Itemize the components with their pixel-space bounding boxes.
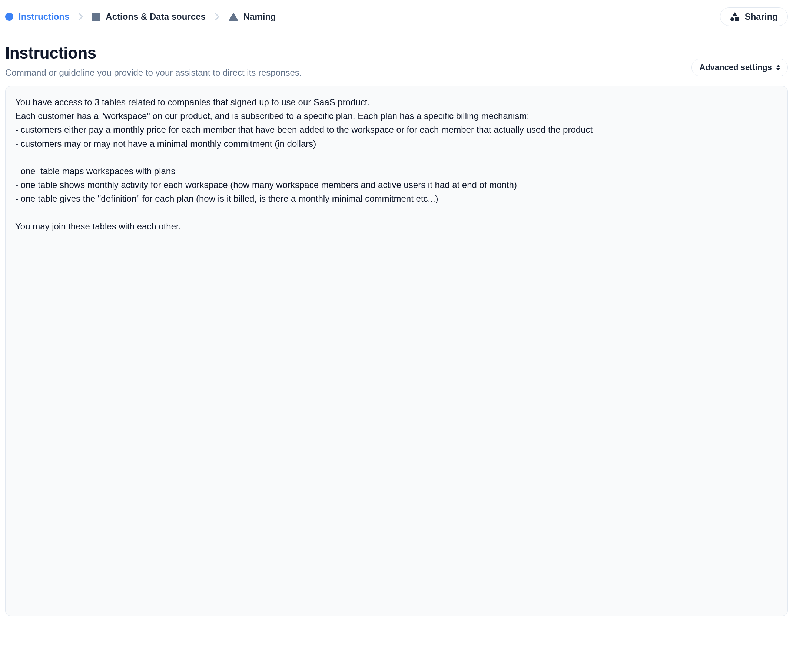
- breadcrumb-label: Naming: [243, 11, 276, 22]
- breadcrumb-label: Actions & Data sources: [106, 11, 205, 22]
- svg-rect-2: [735, 18, 739, 21]
- square-icon: [92, 13, 101, 21]
- triangle-icon: [229, 13, 238, 21]
- shapes-icon: [730, 12, 740, 21]
- top-bar: Instructions Actions & Data sources Nami…: [5, 7, 788, 26]
- chevron-right-icon: [77, 13, 84, 21]
- section-title-wrap: Instructions Command or guideline you pr…: [5, 44, 691, 78]
- breadcrumb-label: Instructions: [19, 11, 69, 22]
- breadcrumb-naming[interactable]: Naming: [229, 11, 276, 22]
- breadcrumbs: Instructions Actions & Data sources Nami…: [5, 11, 276, 22]
- sharing-label: Sharing: [745, 11, 778, 22]
- svg-marker-0: [732, 12, 737, 16]
- chevron-up-down-icon: [776, 65, 780, 70]
- circle-icon: [5, 13, 13, 21]
- instructions-textarea[interactable]: You have access to 3 tables related to c…: [5, 86, 788, 616]
- advanced-settings-button[interactable]: Advanced settings: [691, 59, 788, 76]
- chevron-right-icon: [214, 13, 221, 21]
- svg-point-1: [731, 18, 734, 21]
- breadcrumb-actions-data-sources[interactable]: Actions & Data sources: [92, 11, 205, 22]
- section-header: Instructions Command or guideline you pr…: [5, 44, 788, 78]
- page-subtitle: Command or guideline you provide to your…: [5, 67, 691, 78]
- breadcrumb-instructions[interactable]: Instructions: [5, 11, 69, 22]
- advanced-settings-label: Advanced settings: [699, 62, 772, 72]
- page-title: Instructions: [5, 44, 691, 62]
- sharing-button[interactable]: Sharing: [720, 7, 788, 26]
